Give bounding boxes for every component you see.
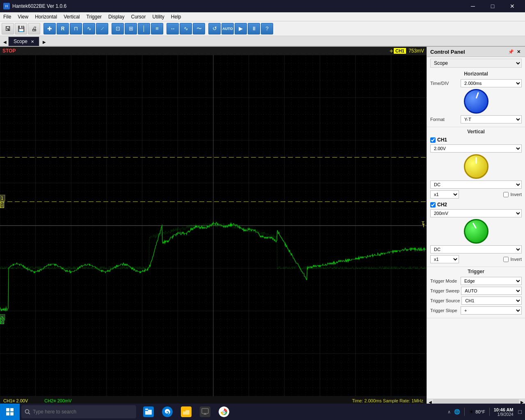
- notification-icon[interactable]: □: [518, 409, 522, 415]
- cp-close-btn[interactable]: ✕: [515, 48, 522, 55]
- menu-cursor[interactable]: Cursor: [128, 12, 149, 21]
- search-bar[interactable]: [21, 405, 136, 418]
- tb-cursor2-btn[interactable]: ⊞: [125, 23, 137, 34]
- tb-stop-btn[interactable]: ⏸: [248, 23, 260, 34]
- menu-view[interactable]: View: [14, 12, 32, 21]
- trigger-source-label: Trigger Source: [430, 298, 460, 303]
- tab-nav-left[interactable]: ◀: [2, 38, 8, 46]
- menu-display[interactable]: Display: [105, 12, 128, 21]
- taskbar-file-manager[interactable]: [139, 404, 158, 420]
- tb-save-btn[interactable]: 💾: [15, 23, 27, 34]
- tb-cursor4-btn[interactable]: ≡: [151, 23, 163, 34]
- trigger-slope-select[interactable]: +: [461, 306, 522, 315]
- menu-utility[interactable]: Utility: [149, 12, 167, 21]
- monitor-icon: [200, 406, 210, 417]
- toolbar: 🖫 💾 🖨 ✚ R ⊓ ∿ ⟋ ⊡ ⊞ │ ≡ ↔ ∿ 〜 ↺ AUTO ▶ ⏸…: [0, 21, 525, 36]
- taskbar-monitor[interactable]: [196, 404, 214, 420]
- trigger-source-row: Trigger Source CH1: [430, 297, 522, 305]
- trigger-sweep-select[interactable]: AUTO: [461, 287, 522, 295]
- tb-replay-btn[interactable]: ↺: [208, 23, 221, 34]
- tb-wave1-btn[interactable]: ∿: [180, 23, 192, 34]
- ch1-checkbox-row: CH1: [430, 137, 522, 143]
- start-button[interactable]: [0, 404, 20, 420]
- taskbar-edge[interactable]: [158, 404, 176, 420]
- scope-tab-close[interactable]: ✕: [31, 39, 34, 44]
- tab-nav-right[interactable]: ▶: [41, 38, 48, 46]
- tb-wave2-btn[interactable]: 〜: [193, 23, 205, 34]
- trigger-mode-select[interactable]: Edge: [461, 277, 522, 285]
- svg-rect-10: [183, 410, 186, 411]
- ch2-checkbox-row: CH2: [430, 202, 522, 208]
- tb-ramp-btn[interactable]: ⟋: [96, 23, 108, 34]
- trigger-mode-row: Trigger Mode Edge: [430, 277, 522, 285]
- time-div-select[interactable]: 2.000ms: [461, 79, 522, 87]
- menu-file[interactable]: File: [0, 12, 14, 21]
- taskbar-explorer[interactable]: [177, 404, 195, 420]
- ch2-ground-marker: 2: [0, 318, 4, 324]
- ch2-coupling-row: DC: [430, 245, 522, 253]
- tb-add-btn[interactable]: ✚: [43, 23, 56, 34]
- horizontal-knob-marker: [475, 92, 479, 98]
- chevron-up-icon[interactable]: ∧: [447, 409, 451, 415]
- ch2-coupling-select[interactable]: DC: [430, 245, 522, 253]
- network-icon[interactable]: 🌐: [454, 409, 460, 415]
- tb-square-btn[interactable]: ⊓: [70, 23, 82, 34]
- vertical-title: Vertical: [430, 129, 522, 135]
- ch2-checkbox[interactable]: [430, 202, 436, 208]
- ch1-knob[interactable]: [464, 154, 488, 179]
- ch2-knob[interactable]: [464, 219, 488, 244]
- ch1-probe-select[interactable]: x1: [430, 190, 459, 199]
- weather-widget[interactable]: ☀ 80°F: [469, 409, 485, 415]
- taskbar-chrome[interactable]: [215, 404, 233, 420]
- taskbar-divider: [464, 408, 465, 416]
- horizontal-knob[interactable]: [464, 89, 488, 114]
- menu-trigger[interactable]: Trigger: [83, 12, 105, 21]
- trigger-mode-label: Trigger Mode: [430, 278, 459, 283]
- ch1-invert-checkbox[interactable]: [503, 192, 509, 197]
- scope-tab[interactable]: Scope ✕: [8, 37, 39, 46]
- tb-zoom-btn[interactable]: ↔: [167, 23, 179, 34]
- ch2-invert-checkbox[interactable]: [503, 257, 509, 262]
- ch1-header-value: 753mV: [409, 48, 424, 54]
- close-button[interactable]: ✕: [503, 0, 522, 12]
- svg-rect-1: [10, 408, 14, 411]
- svg-rect-3: [10, 412, 14, 415]
- system-tray-icons: ∧: [447, 409, 451, 415]
- ch1-coupling-select[interactable]: DC: [430, 180, 522, 189]
- menu-vertical[interactable]: Vertical: [60, 12, 83, 21]
- title-bar-left: H Hantek6022BE Ver 1.0.6: [3, 3, 66, 9]
- chrome-icon: [219, 406, 229, 417]
- clock[interactable]: 10:46 AM 1/9/2024: [494, 407, 514, 417]
- menu-bar: File View Horizontal Vertical Trigger Di…: [0, 12, 525, 21]
- format-select[interactable]: Y-T: [461, 115, 522, 123]
- ch1-ground-marker: 1: [0, 202, 4, 208]
- search-input[interactable]: [33, 409, 133, 415]
- menu-horizontal[interactable]: Horizontal: [32, 12, 60, 21]
- ch2-probe-select[interactable]: x1: [430, 255, 459, 263]
- menu-help[interactable]: Help: [168, 12, 185, 21]
- scope-canvas[interactable]: 1 2 T: [0, 55, 427, 396]
- trigger-source-select[interactable]: CH1: [461, 297, 522, 305]
- ch2-volt-select[interactable]: 200mV: [430, 209, 522, 217]
- tb-sine-btn[interactable]: ∿: [83, 23, 95, 34]
- tb-reset-btn[interactable]: R: [57, 23, 69, 34]
- taskbar: ∧ 🌐 ☀ 80°F 10:46 AM 1/9/2024 □: [0, 404, 525, 420]
- minimize-button[interactable]: ─: [463, 0, 482, 12]
- maximize-button[interactable]: □: [483, 0, 502, 12]
- ch2-knob-area: [430, 219, 522, 244]
- vertical-section: Vertical CH1 2.00V DC: [427, 127, 525, 267]
- tb-print-btn[interactable]: 🖨: [28, 23, 40, 34]
- cp-scope-select[interactable]: Scope: [430, 59, 522, 68]
- ch1-checkbox[interactable]: [430, 137, 436, 143]
- tb-run-btn[interactable]: ▶: [235, 23, 247, 34]
- cp-title: Control Panel: [430, 49, 465, 55]
- tb-new-btn[interactable]: 🖫: [2, 23, 14, 34]
- tb-auto-btn[interactable]: AUTO: [221, 23, 234, 34]
- tb-cursor1-btn[interactable]: ⊡: [112, 23, 124, 34]
- tb-help-btn[interactable]: ?: [261, 23, 273, 34]
- ch1-volt-select[interactable]: 2.00V: [430, 144, 522, 153]
- svg-rect-12: [202, 409, 208, 413]
- ch2-knob-marker: [472, 222, 477, 228]
- cp-pin-btn[interactable]: 📌: [508, 48, 514, 55]
- tb-cursor3-btn[interactable]: │: [138, 23, 150, 34]
